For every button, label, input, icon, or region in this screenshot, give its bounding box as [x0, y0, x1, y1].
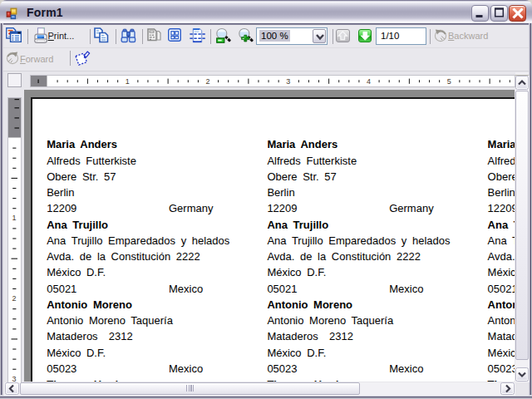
- svg-text:2: 2: [205, 77, 209, 86]
- svg-text:1: 1: [12, 214, 17, 222]
- svg-text:5: 5: [447, 77, 451, 86]
- svg-text:2: 2: [12, 294, 17, 303]
- svg-text:3: 3: [286, 77, 290, 86]
- svg-text:3: 3: [12, 374, 17, 382]
- svg-text:1: 1: [126, 77, 130, 86]
- svg-text:4: 4: [367, 77, 371, 86]
